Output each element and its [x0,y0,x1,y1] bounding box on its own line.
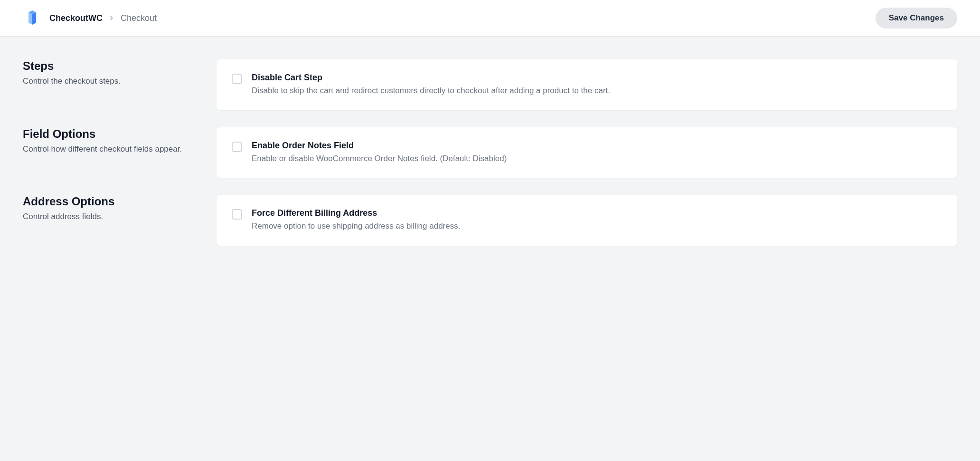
section-steps: Steps Control the checkout steps. Disabl… [23,59,957,110]
option-title: Force Different Billing Address [252,208,942,218]
option-text: Enable Order Notes Field Enable or disab… [252,141,942,165]
section-card: Enable Order Notes Field Enable or disab… [217,127,957,178]
breadcrumb-current: Checkout [121,13,157,23]
header-left: CheckoutWC Checkout [23,9,157,28]
section-field-options: Field Options Control how different chec… [23,127,957,178]
section-description: Control address fields. [23,212,194,221]
section-title: Field Options [23,127,194,141]
option-row: Force Different Billing Address Remove o… [232,208,942,232]
section-card: Force Different Billing Address Remove o… [217,195,957,246]
option-description: Remove option to use shipping address as… [252,220,942,232]
option-row: Disable Cart Step Disable to skip the ca… [232,73,942,97]
save-changes-button[interactable]: Save Changes [876,8,957,29]
section-description: Control the checkout steps. [23,77,194,86]
disable-cart-step-checkbox[interactable] [232,74,242,84]
content-area: Steps Control the checkout steps. Disabl… [0,37,980,286]
option-row: Enable Order Notes Field Enable or disab… [232,141,942,165]
option-text: Force Different Billing Address Remove o… [252,208,942,232]
breadcrumb-root[interactable]: CheckoutWC [49,13,103,23]
header: CheckoutWC Checkout Save Changes [0,0,980,37]
breadcrumb: CheckoutWC Checkout [49,13,157,23]
section-title: Address Options [23,195,194,208]
option-description: Disable to skip the cart and redirect cu… [252,85,942,97]
section-card: Disable Cart Step Disable to skip the ca… [217,59,957,110]
section-info: Address Options Control address fields. [23,195,194,246]
option-text: Disable Cart Step Disable to skip the ca… [252,73,942,97]
option-title: Disable Cart Step [252,73,942,83]
section-title: Steps [23,59,194,73]
section-address-options: Address Options Control address fields. … [23,195,957,246]
section-info: Field Options Control how different chec… [23,127,194,178]
option-title: Enable Order Notes Field [252,141,942,151]
option-description: Enable or disable WooCommerce Order Note… [252,153,942,165]
app-logo-icon [23,9,42,28]
section-description: Control how different checkout fields ap… [23,144,194,154]
enable-order-notes-checkbox[interactable] [232,142,242,152]
chevron-right-icon [108,15,115,21]
section-info: Steps Control the checkout steps. [23,59,194,110]
force-different-billing-checkbox[interactable] [232,209,242,220]
